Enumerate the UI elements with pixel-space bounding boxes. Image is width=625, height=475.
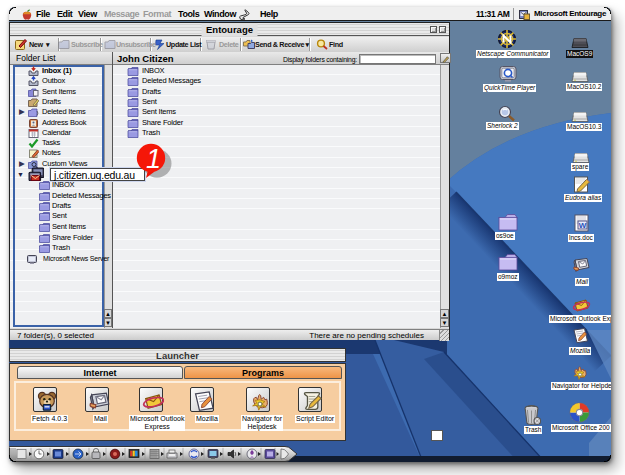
svg-text:1: 1 xyxy=(146,144,161,174)
